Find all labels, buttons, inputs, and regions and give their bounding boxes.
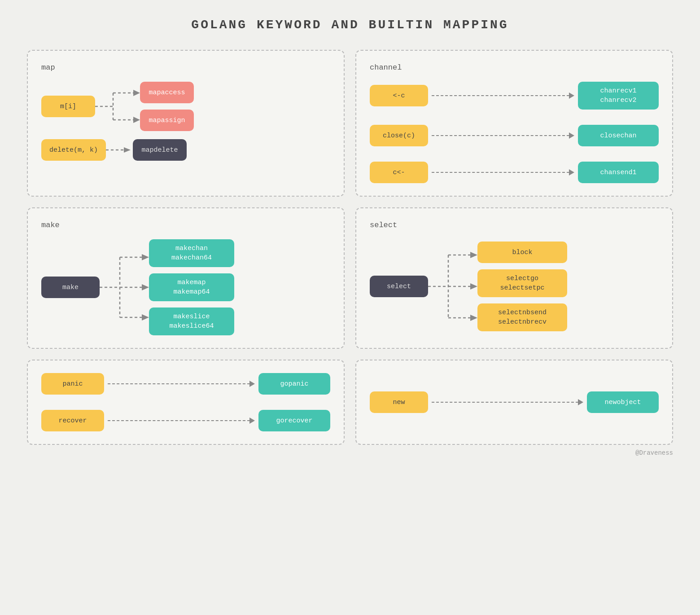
make-source: make: [41, 277, 100, 298]
channel-rows: <-c chanrecv1 chanrecv2 close(c) closech…: [370, 82, 659, 183]
make-target-0: makechan makechan64: [149, 239, 234, 267]
svg-marker-21: [470, 283, 477, 290]
svg-marker-7: [124, 147, 131, 153]
main-grid: map m[i] mapaccess mapassign: [27, 50, 673, 445]
new-arrow: [432, 399, 583, 405]
channel-source-1: close(c): [370, 125, 428, 146]
recover-arrow: [108, 417, 255, 424]
page-title: GOLANG KEYWORD AND BUILTIN MAPPING: [191, 18, 508, 32]
section-select: select select block selectgo selectsetpc…: [355, 207, 673, 349]
channel-arrow-0: [432, 92, 574, 99]
channel-target-2: chansend1: [578, 162, 659, 183]
make-label: make: [41, 221, 330, 229]
select-target-0: block: [477, 242, 567, 263]
map-target2: mapdelete: [133, 139, 187, 161]
svg-marker-3: [133, 90, 140, 96]
credit: @Draveness: [27, 449, 673, 457]
select-fork-arrows: [428, 239, 477, 334]
panic-recover-rows: panic gopanic recover gorecover: [41, 373, 330, 431]
section-map: map m[i] mapaccess mapassign: [27, 50, 345, 197]
map-arrow2: [106, 145, 133, 154]
channel-label: channel: [370, 63, 659, 72]
map-target1a: mapaccess: [140, 82, 194, 103]
select-target-1: selectgo selectsetpc: [477, 269, 567, 297]
select-source: select: [370, 276, 428, 297]
svg-marker-19: [470, 252, 477, 258]
recover-target: gorecover: [258, 410, 330, 431]
map-fork-arrows: [95, 82, 140, 131]
section-new: new newobject: [355, 360, 673, 445]
select-label: select: [370, 221, 659, 229]
new-source: new: [370, 391, 428, 413]
channel-row-2: c<- chansend1: [370, 162, 659, 183]
make-target-1: makemap makemap64: [149, 273, 234, 301]
recover-source: recover: [41, 410, 104, 431]
svg-marker-11: [142, 254, 149, 260]
panic-target: gopanic: [258, 373, 330, 395]
recover-row: recover gorecover: [41, 410, 330, 431]
panic-source: panic: [41, 373, 104, 395]
section-panic-recover: panic gopanic recover gorecover: [27, 360, 345, 445]
channel-arrow-1: [432, 132, 574, 139]
svg-marker-15: [142, 314, 149, 321]
new-target: newobject: [587, 391, 659, 413]
svg-marker-5: [133, 117, 140, 123]
channel-source-0: <-c: [370, 85, 428, 106]
channel-row-1: close(c) closechan: [370, 125, 659, 146]
select-target-2: selectnbsend selectnbrecv: [477, 303, 567, 331]
section-channel: channel <-c chanrecv1 chanrecv2 close(c)…: [355, 50, 673, 197]
make-target-2: makeslice makeslice64: [149, 308, 234, 335]
channel-row-0: <-c chanrecv1 chanrecv2: [370, 82, 659, 110]
map-label: map: [41, 63, 330, 72]
svg-marker-13: [142, 284, 149, 290]
svg-marker-23: [470, 315, 477, 321]
channel-arrow-2: [432, 169, 574, 176]
channel-target-1: closechan: [578, 125, 659, 146]
map-source2: delete(m, k): [41, 139, 106, 161]
panic-arrow: [108, 381, 255, 387]
make-fork-arrows: [100, 245, 149, 330]
map-target1b: mapassign: [140, 110, 194, 131]
section-make: make make makechan makechan64 makem: [27, 207, 345, 349]
panic-row: panic gopanic: [41, 373, 330, 395]
channel-target-0: chanrecv1 chanrecv2: [578, 82, 659, 110]
new-row: new newobject: [370, 391, 659, 413]
map-source1: m[i]: [41, 96, 95, 117]
channel-source-2: c<-: [370, 162, 428, 183]
